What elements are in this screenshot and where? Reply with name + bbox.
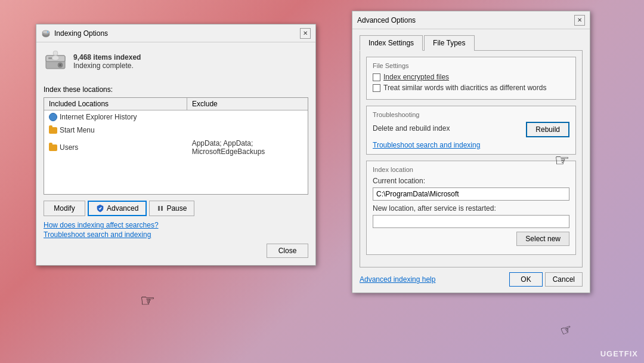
current-location-label: Current location: bbox=[373, 177, 569, 185]
pause-button[interactable]: Pause bbox=[149, 201, 194, 216]
locations-label: Index these locations: bbox=[44, 85, 308, 94]
current-location-input[interactable] bbox=[373, 187, 569, 201]
col-exclude-header: Exclude bbox=[187, 98, 308, 110]
svg-rect-11 bbox=[158, 206, 160, 211]
cancel-button[interactable]: Cancel bbox=[545, 272, 583, 287]
close-button[interactable]: Close bbox=[267, 244, 308, 258]
location-name: Users bbox=[44, 138, 187, 157]
svg-rect-12 bbox=[161, 206, 163, 211]
exclude-cell bbox=[187, 125, 308, 136]
diacritics-checkbox[interactable] bbox=[373, 84, 380, 92]
advanced-indexing-help-link[interactable]: Advanced indexing help bbox=[360, 275, 435, 284]
indexing-title-bar: Indexing Options ✕ bbox=[36, 24, 315, 42]
svg-point-10 bbox=[52, 56, 59, 60]
exclude-cell bbox=[187, 112, 308, 122]
delete-rebuild-label: Delete and rebuild index bbox=[373, 124, 450, 133]
select-new-button[interactable]: Select new bbox=[516, 232, 569, 246]
troubleshooting-title: Troubleshooting bbox=[373, 111, 569, 118]
diacritics-label: Treat similar words with diacritics as d… bbox=[383, 84, 546, 92]
ok-button[interactable]: OK bbox=[509, 272, 542, 287]
svg-point-9 bbox=[53, 51, 58, 56]
hdd-icon bbox=[44, 50, 67, 73]
indexing-status: Indexing complete. bbox=[73, 61, 141, 70]
advanced-button[interactable]: Advanced bbox=[88, 201, 147, 216]
items-indexed-count: 9,468 items indexed bbox=[73, 53, 141, 61]
pause-icon bbox=[157, 205, 164, 212]
troubleshoot-indexing-link[interactable]: Troubleshoot search and indexing bbox=[44, 230, 151, 239]
locations-table: Included Locations Exclude Internet Expl… bbox=[44, 97, 308, 195]
exclude-cell: AppData; AppData; MicrosoftEdgeBackups bbox=[187, 138, 308, 157]
new-location-label: New location, after service is restarted… bbox=[373, 204, 569, 213]
advanced-title-bar: Advanced Options ✕ bbox=[352, 11, 590, 29]
watermark: UGETFIX bbox=[600, 349, 638, 358]
advanced-title-text: Advanced Options bbox=[357, 16, 416, 24]
table-row: Users AppData; AppData; MicrosoftEdgeBac… bbox=[44, 137, 308, 158]
advanced-close-button[interactable]: ✕ bbox=[574, 15, 585, 26]
shield-icon bbox=[96, 204, 104, 213]
index-location-title: Index location bbox=[373, 166, 569, 173]
indexing-title-icon bbox=[41, 29, 51, 38]
troubleshoot-search-link[interactable]: Troubleshoot search and indexing bbox=[373, 141, 480, 149]
cursor-hand-cancel: ☞ bbox=[559, 322, 574, 339]
advanced-options-dialog: Advanced Options ✕ Index Settings File T… bbox=[352, 11, 590, 293]
encrypted-label: Index encrypted files bbox=[383, 73, 449, 81]
indexing-options-dialog: Indexing Options ✕ 9,468 items indexed bbox=[36, 24, 316, 266]
tab-file-types[interactable]: File Types bbox=[424, 35, 474, 51]
cursor-hand-advanced: ☞ bbox=[140, 293, 155, 309]
new-location-input[interactable] bbox=[373, 215, 569, 228]
how-indexing-affects-link[interactable]: How does indexing affect searches? bbox=[44, 221, 159, 229]
tab-index-settings[interactable]: Index Settings bbox=[360, 35, 423, 51]
table-row: Start Menu bbox=[44, 124, 308, 137]
location-name: Internet Explorer History bbox=[44, 112, 187, 122]
svg-point-7 bbox=[59, 64, 61, 66]
col-included-header: Included Locations bbox=[44, 98, 187, 110]
location-name: Start Menu bbox=[44, 125, 187, 136]
modify-button[interactable]: Modify bbox=[44, 201, 85, 216]
file-settings-title: File Settings bbox=[373, 62, 569, 69]
indexing-title-text: Indexing Options bbox=[54, 29, 108, 38]
table-row: Internet Explorer History bbox=[44, 110, 308, 124]
rebuild-button[interactable]: Rebuild bbox=[526, 122, 569, 137]
locations-table-body: Internet Explorer History Start Menu Use… bbox=[44, 110, 308, 194]
folder-icon bbox=[49, 127, 57, 134]
globe-icon bbox=[49, 113, 57, 121]
svg-point-3 bbox=[47, 31, 48, 32]
indexing-close-button[interactable]: ✕ bbox=[300, 28, 311, 39]
folder-icon bbox=[49, 144, 57, 151]
encrypted-checkbox[interactable] bbox=[373, 73, 380, 81]
